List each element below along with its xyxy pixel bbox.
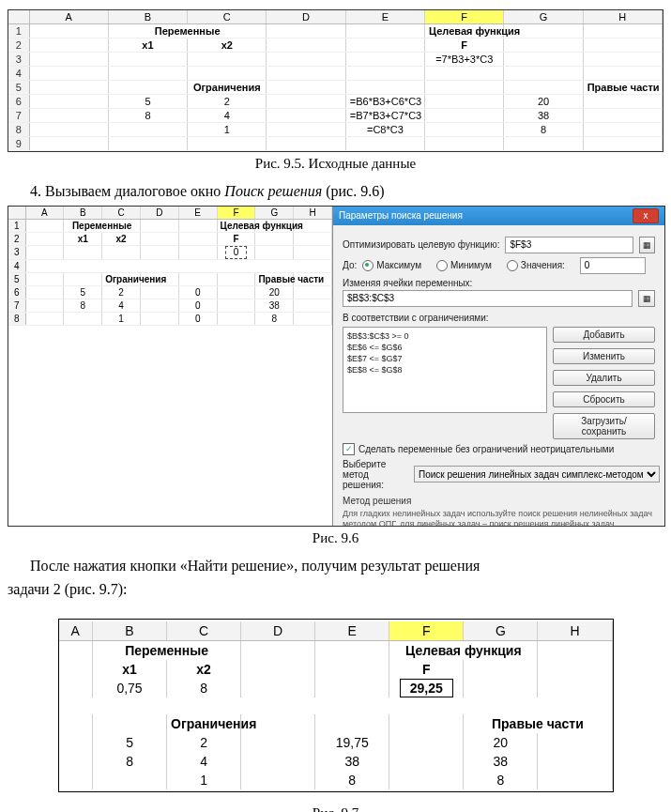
cell-F2[interactable]: F <box>217 232 255 245</box>
constraint-item[interactable]: $E$6 <= $G$6 <box>347 342 542 353</box>
cell-E6[interactable]: 0 <box>178 285 217 299</box>
cell-F2[interactable]: F <box>389 660 464 679</box>
col-G[interactable]: G <box>464 621 538 641</box>
cell-C6[interactable]: 2 <box>102 285 141 299</box>
add-button[interactable]: Добавить <box>553 327 655 343</box>
col-C[interactable]: C <box>167 621 241 641</box>
cell-G8[interactable]: 8 <box>255 312 294 325</box>
cell-E8[interactable]: =C8*C3 <box>345 123 424 137</box>
cell-G6[interactable]: 20 <box>255 285 294 299</box>
cell-C2[interactable]: x2 <box>167 660 241 679</box>
cell-C7[interactable]: 4 <box>102 299 141 312</box>
cell-C2[interactable]: x2 <box>102 232 141 245</box>
cell-G7[interactable]: 38 <box>464 752 538 771</box>
cell-B7[interactable]: 8 <box>93 752 167 771</box>
cell-F3[interactable]: 29,25 <box>389 679 464 697</box>
caption-9-5: Рис. 9.5. Исходные данные <box>8 156 663 172</box>
delete-button[interactable]: Удалить <box>553 370 655 386</box>
cell-C7[interactable]: 4 <box>167 752 241 771</box>
value-input[interactable] <box>580 257 646 274</box>
col-A[interactable]: A <box>25 207 64 220</box>
constraint-item[interactable]: $E$8 <= $G$8 <box>347 364 542 375</box>
objective-input[interactable] <box>505 237 633 253</box>
nonneg-checkbox[interactable]: ✓ Сделать переменные без ограничений нео… <box>343 443 614 455</box>
para2a: После нажатия кнопки «Найти решение», по… <box>30 558 480 574</box>
cell-E6[interactable]: =B6*B3+C6*C3 <box>345 95 424 109</box>
constraint-item[interactable]: $B$3:$C$3 >= 0 <box>347 330 542 342</box>
vars-input[interactable] <box>343 290 633 307</box>
col-E[interactable]: E <box>178 207 217 220</box>
col-F[interactable]: F <box>217 207 255 220</box>
cell-E8[interactable]: 0 <box>178 312 217 325</box>
cell-E7[interactable]: =B7*B3+C7*C3 <box>345 109 424 123</box>
cell-B6[interactable]: 5 <box>108 95 187 109</box>
para1-tail: (рис. 9.6) <box>322 183 384 199</box>
cell-B6[interactable]: 5 <box>93 733 167 752</box>
row-9: 9 <box>8 137 663 151</box>
cell-C2[interactable]: x2 <box>188 38 267 53</box>
range-picker-icon[interactable]: ▦ <box>639 237 655 253</box>
para1-text: 4. Вызываем диалоговое окно <box>30 183 224 199</box>
col-C[interactable]: C <box>102 207 141 220</box>
col-D[interactable]: D <box>241 621 315 641</box>
method-select[interactable]: Поиск решения линейных задач симплекс-ме… <box>414 466 660 483</box>
cell-F2[interactable]: F <box>425 38 504 53</box>
cell-G6[interactable]: 20 <box>464 733 538 752</box>
cell-B6[interactable]: 5 <box>64 285 102 299</box>
cell-C3[interactable]: 8 <box>167 679 241 697</box>
cell-C6[interactable]: 2 <box>188 95 267 109</box>
col-H[interactable]: H <box>583 10 662 24</box>
cell-F3[interactable]: 0 <box>217 245 255 259</box>
cell-G7[interactable]: 38 <box>504 109 583 123</box>
change-button[interactable]: Изменить <box>553 348 655 364</box>
cell-E7[interactable]: 38 <box>315 752 389 771</box>
cell-G8[interactable]: 8 <box>504 123 583 137</box>
cell-G6[interactable]: 20 <box>504 95 583 109</box>
radio-value[interactable]: Значения: <box>507 260 565 271</box>
col-B[interactable]: B <box>108 10 187 24</box>
cell-E8[interactable]: 8 <box>315 771 389 789</box>
dialog-title: Параметры поиска решения <box>339 210 463 221</box>
cell-G7[interactable]: 38 <box>255 299 294 312</box>
cell-C7[interactable]: 4 <box>188 109 267 123</box>
col-G[interactable]: G <box>255 207 294 220</box>
cell-F3[interactable]: =7*B3+3*C3 <box>425 53 504 67</box>
cell-B2[interactable]: x1 <box>108 38 187 53</box>
cell-E7[interactable]: 0 <box>178 299 217 312</box>
col-A[interactable]: A <box>59 621 93 641</box>
cell-B2[interactable]: x1 <box>64 232 102 245</box>
cell-C8[interactable]: 1 <box>188 123 267 137</box>
cell-C8[interactable]: 1 <box>102 312 141 325</box>
cell-G8[interactable]: 8 <box>464 771 538 789</box>
col-A[interactable]: A <box>29 10 108 24</box>
col-F[interactable]: F <box>389 621 464 641</box>
spreadsheet-9-5: A B C D E F G H 1 Переменные Целевая фун… <box>8 9 663 152</box>
col-G[interactable]: G <box>504 10 583 24</box>
close-button[interactable]: x <box>633 208 659 223</box>
cell-B7[interactable]: 8 <box>64 299 102 312</box>
radio-min[interactable]: Минимум <box>436 260 492 271</box>
col-H[interactable]: H <box>294 207 332 220</box>
cell-E6[interactable]: 19,75 <box>315 733 389 752</box>
col-C[interactable]: C <box>188 10 267 24</box>
range-picker-icon[interactable]: ▦ <box>638 290 655 307</box>
cell-C8[interactable]: 1 <box>167 771 241 789</box>
col-F[interactable]: F <box>425 10 504 24</box>
cell-C6[interactable]: 2 <box>167 733 241 752</box>
cell-B2[interactable]: x1 <box>93 660 167 679</box>
load-save-button[interactable]: Загрузить/сохранить <box>553 413 655 439</box>
col-E[interactable]: E <box>315 621 389 641</box>
constraint-item[interactable]: $E$7 <= $G$7 <box>347 353 542 364</box>
radio-max[interactable]: Максимум <box>362 260 421 271</box>
dialog-titlebar[interactable]: Параметры поиска решения x <box>333 207 664 225</box>
col-H[interactable]: H <box>538 621 612 641</box>
cell-B7[interactable]: 8 <box>108 109 187 123</box>
col-D[interactable]: D <box>140 207 178 220</box>
cell-B3[interactable]: 0,75 <box>93 679 167 697</box>
col-B[interactable]: B <box>64 207 102 220</box>
col-D[interactable]: D <box>267 10 345 24</box>
col-B[interactable]: B <box>93 621 167 641</box>
constraints-listbox[interactable]: $B$3:$C$3 >= 0 $E$6 <= $G$6 $E$7 <= $G$7… <box>343 327 547 413</box>
col-E[interactable]: E <box>345 10 424 24</box>
reset-button[interactable]: Сбросить <box>553 391 655 407</box>
